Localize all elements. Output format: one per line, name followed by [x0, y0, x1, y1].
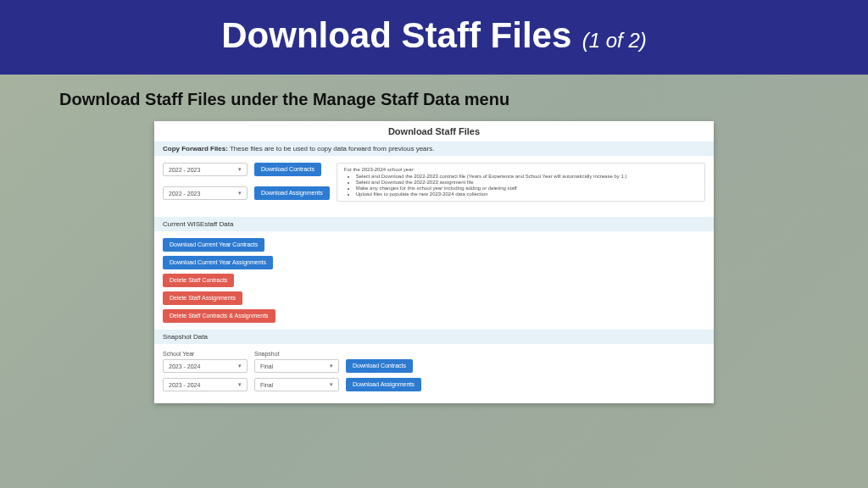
slide-header: Download Staff Files (1 of 2): [0, 0, 868, 75]
snapshot-year-value-2: 2023 - 2024: [169, 382, 200, 388]
slide-subhead: Download Staff Files under the Manage St…: [0, 75, 868, 121]
slide-progress: (1 of 2): [582, 29, 647, 52]
delete-contracts-assignments-button[interactable]: Delete Staff Contracts & Assignments: [163, 309, 275, 323]
copy-year-value-2: 2022 - 2023: [169, 191, 200, 197]
info-item: Upload files to populate the new 2023-20…: [356, 191, 698, 197]
snapshot-col-year: School Year: [163, 351, 248, 357]
copy-forward-label: Copy Forward Files:: [163, 145, 228, 152]
info-item: Select and Download the 2022-2023 contra…: [356, 174, 698, 179]
chevron-down-icon: ▾: [238, 166, 242, 173]
section-snapshot-bar: Snapshot Data: [154, 330, 714, 344]
snapshot-label: Snapshot Data: [163, 333, 208, 341]
copy-forward-body: 2022 - 2023 ▾ Download Contracts 2022 - …: [154, 156, 714, 217]
snapshot-download-contracts-button[interactable]: Download Contracts: [346, 359, 413, 373]
chevron-down-icon: ▾: [238, 381, 242, 388]
info-item: Make any changes for this school year in…: [356, 186, 698, 191]
snapshot-type-value-1: Final: [260, 363, 273, 369]
snapshot-body: School Year Snapshot 2023 - 2024 ▾ Final…: [154, 344, 714, 403]
snapshot-year-select-1[interactable]: 2023 - 2024 ▾: [163, 359, 248, 373]
app-panel: Download Staff Files Copy Forward Files:…: [154, 121, 714, 403]
snapshot-year-value-1: 2023 - 2024: [169, 363, 200, 369]
copy-year-value-1: 2022 - 2023: [169, 167, 200, 173]
info-intro: For the 2023-2024 school year:: [344, 167, 698, 172]
slide-title: Download Staff Files: [221, 15, 571, 55]
download-assignments-button[interactable]: Download Assignments: [254, 186, 330, 200]
copy-forward-note: These files are to be used to copy data …: [230, 145, 434, 152]
copy-year-select-1[interactable]: 2022 - 2023 ▾: [163, 163, 248, 176]
copy-forward-info: For the 2023-2024 school year: Select an…: [337, 163, 705, 202]
chevron-down-icon: ▾: [330, 381, 333, 388]
snapshot-col-snap: Snapshot: [254, 351, 339, 357]
snapshot-type-value-2: Final: [260, 382, 273, 388]
download-current-contracts-button[interactable]: Download Current Year Contracts: [163, 238, 264, 252]
panel-title: Download Staff Files: [154, 121, 714, 141]
delete-assignments-button[interactable]: Delete Staff Assignments: [163, 291, 242, 305]
chevron-down-icon: ▾: [238, 190, 242, 197]
snapshot-year-select-2[interactable]: 2023 - 2024 ▾: [163, 378, 248, 391]
chevron-down-icon: ▾: [238, 363, 242, 369]
snapshot-type-select-1[interactable]: Final ▾: [254, 359, 339, 373]
section-copy-forward-bar: Copy Forward Files: These files are to b…: [154, 141, 714, 156]
copy-year-select-2[interactable]: 2022 - 2023 ▾: [163, 186, 248, 200]
snapshot-download-assignments-button[interactable]: Download Assignments: [346, 378, 421, 391]
info-item: Select and Download the 2022-2023 assign…: [356, 180, 698, 185]
download-contracts-button[interactable]: Download Contracts: [254, 163, 321, 176]
download-current-assignments-button[interactable]: Download Current Year Assignments: [163, 256, 273, 269]
current-body: Download Current Year Contracts Download…: [154, 231, 714, 330]
snapshot-type-select-2[interactable]: Final ▾: [254, 378, 339, 391]
delete-contracts-button[interactable]: Delete Staff Contracts: [163, 274, 234, 287]
chevron-down-icon: ▾: [330, 363, 333, 369]
current-label: Current WISEstaff Data: [163, 220, 233, 228]
section-current-bar: Current WISEstaff Data: [154, 217, 714, 231]
